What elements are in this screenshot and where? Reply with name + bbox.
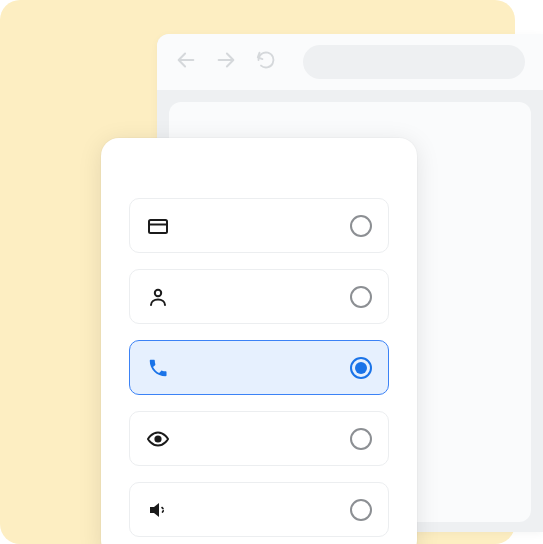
phone-icon bbox=[146, 356, 170, 380]
radio-unchecked[interactable] bbox=[350, 286, 372, 308]
svg-point-4 bbox=[155, 289, 161, 295]
reload-button[interactable] bbox=[255, 51, 277, 73]
eye-icon bbox=[146, 427, 170, 451]
reload-icon bbox=[256, 50, 276, 74]
svg-rect-2 bbox=[149, 220, 167, 233]
svg-point-5 bbox=[155, 436, 160, 441]
option-visibility[interactable] bbox=[129, 411, 389, 466]
options-card bbox=[101, 138, 417, 544]
radio-checked[interactable] bbox=[350, 357, 372, 379]
radio-unchecked[interactable] bbox=[350, 428, 372, 450]
option-sound[interactable] bbox=[129, 482, 389, 537]
arrow-left-icon bbox=[175, 49, 197, 75]
browser-toolbar bbox=[157, 34, 543, 90]
address-bar[interactable] bbox=[303, 45, 525, 79]
credit-card-icon bbox=[146, 214, 170, 238]
option-person[interactable] bbox=[129, 269, 389, 324]
radio-unchecked[interactable] bbox=[350, 499, 372, 521]
arrow-right-icon bbox=[215, 49, 237, 75]
back-button[interactable] bbox=[175, 51, 197, 73]
option-phone[interactable] bbox=[129, 340, 389, 395]
radio-unchecked[interactable] bbox=[350, 215, 372, 237]
forward-button[interactable] bbox=[215, 51, 237, 73]
person-icon bbox=[146, 285, 170, 309]
option-credit-card[interactable] bbox=[129, 198, 389, 253]
volume-icon bbox=[146, 498, 170, 522]
